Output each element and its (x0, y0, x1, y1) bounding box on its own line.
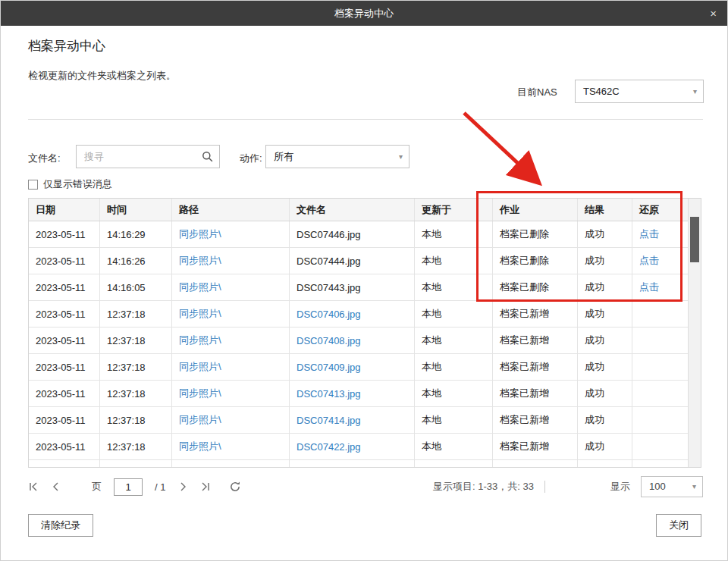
cell-date: 2023-05-11 (29, 407, 100, 433)
action-filter-label: 动作: (240, 152, 262, 165)
column-header-action[interactable]: 作业 (493, 199, 578, 221)
scrollbar-thumb[interactable] (690, 217, 699, 262)
cell-result: 成功 (578, 434, 632, 459)
action-select[interactable]: 所有 ▾ (265, 145, 410, 168)
cell-filename: DSC07443.jpg (290, 274, 415, 300)
cell-result: 成功 (578, 274, 632, 300)
cell-restore (632, 407, 689, 433)
table-body: 2023-05-1114:16:29同步照片\DSC07446.jpg本地档案已… (29, 221, 701, 468)
cell-date: 2023-05-11 (29, 434, 100, 459)
cell-date: 2023-05-11 (29, 248, 100, 274)
cell-date: 2023-05-11 (29, 328, 100, 353)
page-subtitle: 检视更新的文件夹或档案之列表。 (28, 69, 176, 83)
table-row: 2023-05-1112:37:18同步照片\DSC07408.jpg本地档案已… (29, 328, 689, 354)
cell-restore (632, 460, 689, 468)
window-title: 档案异动中心 (1, 1, 727, 26)
table-row: 2023-05-1114:16:26同步照片\DSC07444.jpg本地档案已… (29, 248, 689, 274)
cell-action: 档案已新增 (493, 381, 578, 406)
vertical-scrollbar[interactable] (688, 199, 701, 467)
dialog-window: 档案异动中心 × 档案异动中心 检视更新的文件夹或档案之列表。 目前NAS TS… (0, 0, 728, 561)
search-input[interactable] (77, 146, 196, 168)
page-total: / 1 (155, 481, 165, 493)
first-page-icon[interactable] (28, 481, 39, 492)
items-summary: 显示项目: 1-33，共: 33 (433, 480, 534, 494)
cell-restore[interactable]: 点击 (632, 248, 689, 274)
last-page-icon[interactable] (200, 481, 211, 492)
column-header-date[interactable]: 日期 (29, 199, 100, 221)
cell-time: 12:37:18 (100, 328, 172, 353)
clear-records-button[interactable]: 清除纪录 (28, 514, 93, 537)
page-size-value: 100 (649, 477, 666, 497)
chevron-down-icon: ▾ (692, 477, 696, 497)
cell-filename: DSC07446.jpg (290, 221, 415, 247)
cell-result: 成功 (578, 301, 632, 327)
cell-action: 档案已删除 (493, 274, 578, 300)
cell-updated: 本地 (415, 407, 493, 433)
next-page-icon[interactable] (177, 481, 188, 492)
cell-filename[interactable]: DSC07422.jpg (290, 434, 415, 459)
cell-date: 2023-05-11 (29, 354, 100, 380)
cell-path[interactable]: 同步照片\ (172, 407, 290, 433)
column-header-updated[interactable]: 更新于 (415, 199, 493, 221)
cell-time: 14:16:29 (100, 221, 172, 247)
cell-path[interactable]: 同步照片\ (172, 221, 290, 247)
cell-action: 档案已新增 (493, 354, 578, 380)
separator (544, 481, 545, 493)
column-header-result[interactable]: 结果 (578, 199, 632, 221)
cell-date: 2023-05-11 (29, 274, 100, 300)
cell-updated: 本地 (415, 354, 493, 380)
cell-path[interactable]: 同步照片\ (172, 354, 290, 380)
cell-updated: 本地 (415, 248, 493, 274)
cell-filename[interactable]: DSC07408.jpg (290, 328, 415, 353)
cell-path[interactable]: 同步照片\ (172, 434, 290, 459)
cell-result: 成功 (578, 354, 632, 380)
cell-time: 12:37:18 (100, 407, 172, 433)
nas-select[interactable]: TS462C ▾ (575, 80, 704, 103)
close-icon[interactable]: × (710, 1, 717, 26)
errors-only-checkbox[interactable] (28, 180, 38, 190)
page-size-select[interactable]: 100 ▾ (641, 476, 703, 497)
cell-path[interactable]: 同步照片\ (172, 381, 290, 406)
column-header-path[interactable]: 路径 (172, 199, 290, 221)
cell-time: 12:37:18 (100, 460, 172, 468)
cell-restore (632, 434, 689, 459)
errors-only-label: 仅显示错误消息 (43, 177, 112, 191)
cell-path[interactable]: 同步照片\ (172, 301, 290, 327)
cell-updated: 本地 (415, 301, 493, 327)
cell-updated: 本地 (415, 328, 493, 353)
search-icon[interactable] (202, 151, 213, 165)
chevron-down-icon: ▾ (399, 146, 403, 168)
pagination-bar: 页 / 1 显示项目: 1-33，共: 33 显示 100 ▾ (28, 474, 703, 500)
refresh-icon[interactable] (229, 481, 241, 493)
errors-only-row: 仅显示错误消息 (28, 177, 112, 191)
divider (28, 119, 703, 120)
cell-path[interactable]: 同步照片\ (172, 328, 290, 353)
cell-path[interactable]: 同步照片\ (172, 274, 290, 300)
cell-path[interactable]: 同步照片\ (172, 460, 290, 468)
cell-restore (632, 381, 689, 406)
cell-filename[interactable]: DSC07409.jpg (290, 354, 415, 380)
titlebar: 档案异动中心 × (1, 1, 727, 26)
cell-restore[interactable]: 点击 (632, 221, 689, 247)
cell-date: 2023-05-11 (29, 301, 100, 327)
cell-restore[interactable]: 点击 (632, 274, 689, 300)
cell-date: 2023-05-11 (29, 460, 100, 468)
cell-updated: 本地 (415, 434, 493, 459)
column-header-time[interactable]: 时间 (100, 199, 172, 221)
cell-date: 2023-05-11 (29, 221, 100, 247)
cell-filename[interactable]: DSC07416.jpg (290, 460, 415, 468)
close-button[interactable]: 关闭 (656, 514, 701, 537)
chevron-down-icon: ▾ (693, 80, 697, 102)
column-header-restore[interactable]: 还原 (632, 199, 689, 221)
cell-filename[interactable]: DSC07406.jpg (290, 301, 415, 327)
page-number-input[interactable] (114, 478, 143, 496)
cell-restore (632, 354, 689, 380)
cell-filename[interactable]: DSC07413.jpg (290, 381, 415, 406)
cell-filename[interactable]: DSC07414.jpg (290, 407, 415, 433)
prev-page-icon[interactable] (51, 481, 61, 492)
cell-date: 2023-05-11 (29, 381, 100, 406)
column-header-filename[interactable]: 文件名 (290, 199, 415, 221)
cell-time: 12:37:18 (100, 434, 172, 459)
cell-path[interactable]: 同步照片\ (172, 248, 290, 274)
cell-action: 档案已新增 (493, 328, 578, 353)
